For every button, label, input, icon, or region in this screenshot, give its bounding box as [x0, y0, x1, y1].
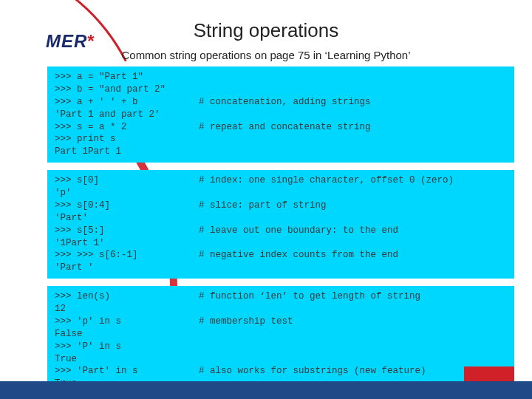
code-block-1: >>> a = "Part 1" >>> b = "and part 2" >>…	[47, 66, 514, 163]
slide-title: String operations	[0, 19, 532, 42]
slide-subtitle: Common string operations on page 75 in ‘…	[0, 49, 532, 61]
code-area: >>> a = "Part 1" >>> b = "and part 2" >>…	[47, 66, 514, 395]
code-block-3: >>> len(s) # function ‘len’ to get lengt…	[47, 286, 514, 395]
decorative-corner	[464, 366, 514, 381]
code-block-2: >>> s[0] # index: one single character, …	[47, 170, 514, 279]
footer-bar	[0, 381, 532, 399]
